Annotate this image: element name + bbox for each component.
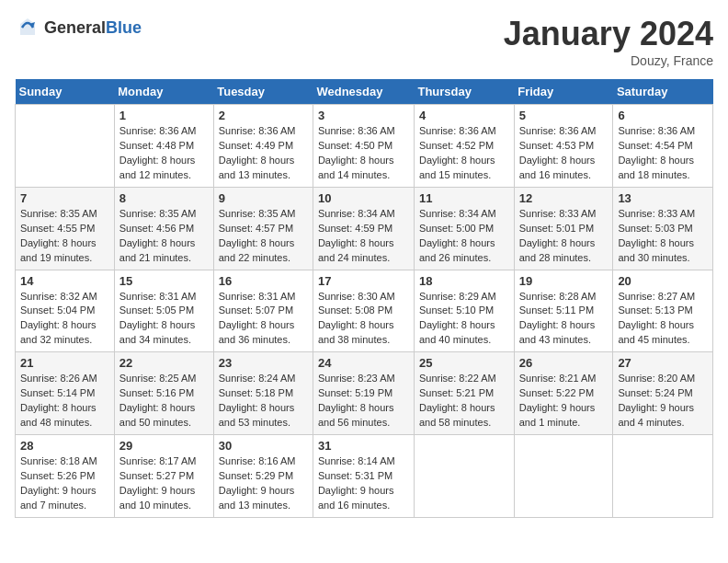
logo: GeneralBlue — [15, 15, 142, 40]
sunset-text: Sunset: 5:26 PM — [20, 470, 95, 481]
sunrise-text: Sunrise: 8:23 AM — [318, 373, 395, 384]
day-number: 5 — [519, 109, 609, 122]
daylight-text: Daylight: 8 hours and 30 minutes. — [618, 237, 694, 263]
calendar-week-row: 28 Sunrise: 8:18 AM Sunset: 5:26 PM Dayl… — [16, 435, 713, 518]
day-number: 24 — [318, 356, 409, 370]
weekday-header: Monday — [114, 79, 213, 105]
calendar-cell — [514, 435, 613, 518]
daylight-text: Daylight: 8 hours and 36 minutes. — [219, 319, 295, 345]
calendar-cell: 6 Sunrise: 8:36 AM Sunset: 4:54 PM Dayli… — [613, 105, 713, 188]
calendar-cell: 15 Sunrise: 8:31 AM Sunset: 5:05 PM Dayl… — [114, 270, 213, 352]
sunrise-text: Sunrise: 8:25 AM — [119, 373, 197, 384]
sunset-text: Sunset: 5:07 PM — [219, 304, 293, 316]
sunset-text: Sunset: 5:03 PM — [618, 223, 692, 234]
daylight-text: Daylight: 8 hours and 28 minutes. — [519, 237, 596, 263]
title-area: January 2024 Douzy, France — [504, 15, 713, 68]
sunset-text: Sunset: 5:04 PM — [20, 304, 95, 316]
calendar-cell: 29 Sunrise: 8:17 AM Sunset: 5:27 PM Dayl… — [114, 435, 213, 518]
calendar-cell: 16 Sunrise: 8:31 AM Sunset: 5:07 PM Dayl… — [213, 270, 313, 352]
logo-icon — [15, 15, 40, 40]
day-number: 12 — [519, 191, 609, 205]
sunrise-text: Sunrise: 8:34 AM — [419, 208, 496, 219]
calendar-cell: 22 Sunrise: 8:25 AM Sunset: 5:16 PM Dayl… — [114, 352, 213, 435]
day-number: 1 — [119, 109, 209, 122]
sunset-text: Sunset: 4:56 PM — [119, 223, 194, 234]
day-number: 25 — [419, 356, 509, 370]
daylight-text: Daylight: 9 hours and 13 minutes. — [219, 485, 295, 511]
daylight-text: Daylight: 8 hours and 40 minutes. — [419, 319, 495, 345]
day-number: 16 — [219, 274, 308, 288]
daylight-text: Daylight: 8 hours and 16 minutes. — [519, 155, 596, 180]
day-info: Sunrise: 8:36 AM Sunset: 4:49 PM Dayligh… — [219, 124, 308, 183]
day-number: 19 — [519, 274, 609, 288]
daylight-text: Daylight: 8 hours and 18 minutes. — [618, 155, 694, 180]
sunrise-text: Sunrise: 8:35 AM — [119, 208, 197, 219]
daylight-text: Daylight: 8 hours and 26 minutes. — [419, 237, 495, 263]
sunset-text: Sunset: 5:27 PM — [119, 470, 194, 481]
day-number: 11 — [419, 191, 509, 205]
calendar-cell: 9 Sunrise: 8:35 AM Sunset: 4:57 PM Dayli… — [213, 187, 313, 270]
day-info: Sunrise: 8:35 AM Sunset: 4:57 PM Dayligh… — [219, 207, 308, 266]
day-info: Sunrise: 8:23 AM Sunset: 5:19 PM Dayligh… — [318, 372, 409, 431]
day-number: 17 — [318, 274, 409, 288]
daylight-text: Daylight: 9 hours and 16 minutes. — [318, 485, 394, 511]
day-info: Sunrise: 8:17 AM Sunset: 5:27 PM Dayligh… — [119, 454, 209, 513]
day-info: Sunrise: 8:36 AM Sunset: 4:53 PM Dayligh… — [519, 124, 609, 183]
sunset-text: Sunset: 5:00 PM — [419, 223, 494, 234]
calendar-cell: 12 Sunrise: 8:33 AM Sunset: 5:01 PM Dayl… — [514, 187, 613, 270]
day-number: 7 — [20, 191, 109, 205]
daylight-text: Daylight: 8 hours and 14 minutes. — [318, 155, 394, 180]
day-number: 14 — [20, 274, 109, 288]
calendar-cell: 3 Sunrise: 8:36 AM Sunset: 4:50 PM Dayli… — [313, 105, 414, 188]
sunset-text: Sunset: 5:31 PM — [318, 470, 392, 481]
sunset-text: Sunset: 5:18 PM — [219, 387, 293, 398]
day-number: 31 — [318, 439, 409, 453]
sunrise-text: Sunrise: 8:35 AM — [20, 208, 97, 219]
sunset-text: Sunset: 4:49 PM — [219, 140, 293, 151]
calendar-cell: 31 Sunrise: 8:14 AM Sunset: 5:31 PM Dayl… — [313, 435, 414, 518]
sunset-text: Sunset: 5:05 PM — [119, 304, 194, 316]
sunrise-text: Sunrise: 8:36 AM — [519, 125, 597, 136]
sunset-text: Sunset: 5:16 PM — [119, 387, 194, 398]
calendar-cell: 24 Sunrise: 8:23 AM Sunset: 5:19 PM Dayl… — [313, 352, 414, 435]
sunset-text: Sunset: 5:21 PM — [419, 387, 494, 398]
day-info: Sunrise: 8:25 AM Sunset: 5:16 PM Dayligh… — [119, 372, 209, 431]
calendar-week-row: 14 Sunrise: 8:32 AM Sunset: 5:04 PM Dayl… — [16, 270, 713, 352]
sunset-text: Sunset: 5:14 PM — [20, 387, 95, 398]
sunrise-text: Sunrise: 8:36 AM — [119, 125, 197, 136]
sunrise-text: Sunrise: 8:31 AM — [119, 291, 197, 302]
daylight-text: Daylight: 8 hours and 12 minutes. — [119, 155, 196, 180]
sunset-text: Sunset: 5:01 PM — [519, 223, 594, 234]
sunrise-text: Sunrise: 8:36 AM — [318, 125, 395, 136]
sunset-text: Sunset: 4:54 PM — [618, 140, 692, 151]
day-number: 30 — [219, 439, 308, 453]
sunrise-text: Sunrise: 8:35 AM — [219, 208, 296, 219]
daylight-text: Daylight: 8 hours and 19 minutes. — [20, 237, 97, 263]
calendar-cell: 20 Sunrise: 8:27 AM Sunset: 5:13 PM Dayl… — [613, 270, 713, 352]
calendar-cell: 2 Sunrise: 8:36 AM Sunset: 4:49 PM Dayli… — [213, 105, 313, 188]
day-number: 29 — [119, 439, 209, 453]
sunset-text: Sunset: 5:19 PM — [318, 387, 392, 398]
sunrise-text: Sunrise: 8:36 AM — [219, 125, 296, 136]
calendar-cell: 5 Sunrise: 8:36 AM Sunset: 4:53 PM Dayli… — [514, 105, 613, 188]
weekday-header: Tuesday — [213, 79, 313, 105]
day-info: Sunrise: 8:35 AM Sunset: 4:56 PM Dayligh… — [119, 207, 209, 266]
sunrise-text: Sunrise: 8:24 AM — [219, 373, 296, 384]
day-number: 22 — [119, 356, 209, 370]
logo-general: General — [44, 18, 106, 37]
calendar-week-row: 7 Sunrise: 8:35 AM Sunset: 4:55 PM Dayli… — [16, 187, 713, 270]
sunrise-text: Sunrise: 8:32 AM — [20, 291, 97, 302]
daylight-text: Daylight: 8 hours and 32 minutes. — [20, 319, 97, 345]
daylight-text: Daylight: 9 hours and 1 minute. — [519, 402, 596, 428]
day-info: Sunrise: 8:36 AM Sunset: 4:48 PM Dayligh… — [119, 124, 209, 183]
daylight-text: Daylight: 8 hours and 24 minutes. — [318, 237, 394, 263]
day-info: Sunrise: 8:36 AM Sunset: 4:50 PM Dayligh… — [318, 124, 409, 183]
sunrise-text: Sunrise: 8:18 AM — [20, 455, 97, 466]
sunrise-text: Sunrise: 8:29 AM — [419, 291, 496, 302]
daylight-text: Daylight: 8 hours and 50 minutes. — [119, 402, 196, 428]
day-number: 27 — [618, 356, 708, 370]
day-info: Sunrise: 8:27 AM Sunset: 5:13 PM Dayligh… — [618, 290, 708, 349]
sunrise-text: Sunrise: 8:34 AM — [318, 208, 395, 219]
sunrise-text: Sunrise: 8:14 AM — [318, 455, 395, 466]
calendar-cell: 19 Sunrise: 8:28 AM Sunset: 5:11 PM Dayl… — [514, 270, 613, 352]
